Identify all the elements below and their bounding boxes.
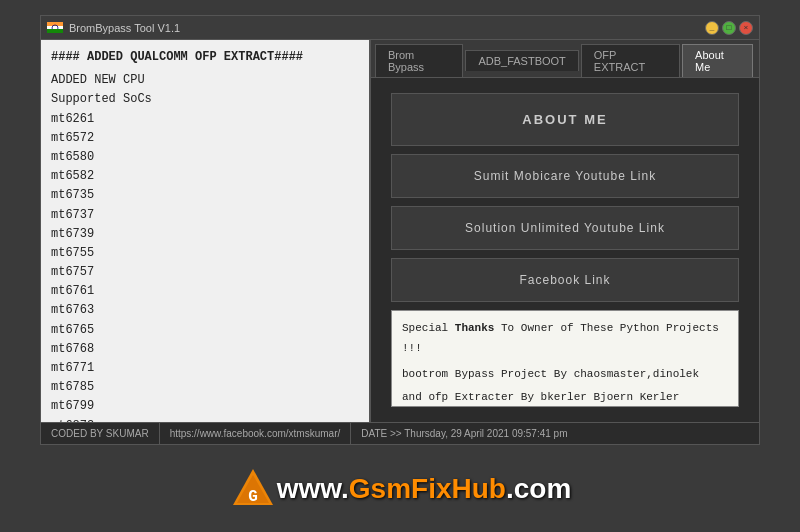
watermark-text: www.GsmFixHub.com <box>277 473 572 505</box>
window-title: BromBypass Tool V1.1 <box>69 22 180 34</box>
facebook-link-button[interactable]: Facebook Link <box>391 258 739 302</box>
thanks-title: Special Thanks To Owner of These Python … <box>402 319 728 359</box>
right-content: ABOUT ME Sumit Mobicare Youtube Link Sol… <box>371 78 759 422</box>
title-bar: BromBypass Tool V1.1 _ □ × <box>41 16 759 40</box>
status-bar: CODED BY SKUMAR https://www.facebook.com… <box>41 422 759 444</box>
maximize-button[interactable]: □ <box>722 21 736 35</box>
window-body: #### ADDED QUALCOMM OFP EXTRACT####ADDED… <box>41 40 759 422</box>
thanks-line2: and ofp Extracter By bkerler Bjoern Kerl… <box>402 388 728 407</box>
thanks-line1: bootrom Bypass Project By chaosmaster,di… <box>402 365 728 385</box>
main-window: BromBypass Tool V1.1 _ □ × #### ADDED QU… <box>40 15 760 445</box>
title-bar-left: BromBypass Tool V1.1 <box>47 22 180 34</box>
minimize-icon: _ <box>710 23 715 32</box>
tab-adb-fastboot[interactable]: ADB_FASTBOOT <box>465 50 578 71</box>
svg-text:G: G <box>248 488 258 506</box>
status-facebook: https://www.facebook.com/xtmskumar/ <box>160 423 352 444</box>
youtube-link-1-button[interactable]: Sumit Mobicare Youtube Link <box>391 154 739 198</box>
left-content-text[interactable]: #### ADDED QUALCOMM OFP EXTRACT####ADDED… <box>41 40 369 422</box>
tab-ofp-extract[interactable]: OFP EXTRACT <box>581 44 680 77</box>
status-coded-by: CODED BY SKUMAR <box>41 423 160 444</box>
close-button[interactable]: × <box>739 21 753 35</box>
window-controls: _ □ × <box>705 21 753 35</box>
watermark-area: G www.GsmFixHub.com <box>0 445 800 532</box>
tab-bar: Brom Bypass ADB_FASTBOOT OFP EXTRACT Abo… <box>371 40 759 78</box>
flag-icon <box>47 22 63 33</box>
watermark-brand: GsmFixHub <box>349 473 506 504</box>
youtube-link-2-button[interactable]: Solution Unlimited Youtube Link <box>391 206 739 250</box>
facebook-link[interactable]: https://www.facebook.com/xtmskumar/ <box>170 428 341 439</box>
tab-about-me[interactable]: About Me <box>682 44 753 77</box>
minimize-button[interactable]: _ <box>705 21 719 35</box>
thanks-box: Special Thanks To Owner of These Python … <box>391 310 739 407</box>
right-panel: Brom Bypass ADB_FASTBOOT OFP EXTRACT Abo… <box>371 40 759 422</box>
left-panel: #### ADDED QUALCOMM OFP EXTRACT####ADDED… <box>41 40 371 422</box>
watermark-logo-icon: G <box>229 465 277 513</box>
maximize-icon: □ <box>727 23 732 32</box>
about-me-label: ABOUT ME <box>391 93 739 146</box>
tab-brom-bypass[interactable]: Brom Bypass <box>375 44 463 77</box>
about-section: ABOUT ME Sumit Mobicare Youtube Link Sol… <box>391 93 739 302</box>
status-date: DATE >> Thursday, 29 April 2021 09:57:41… <box>351 423 577 444</box>
close-icon: × <box>744 23 749 32</box>
